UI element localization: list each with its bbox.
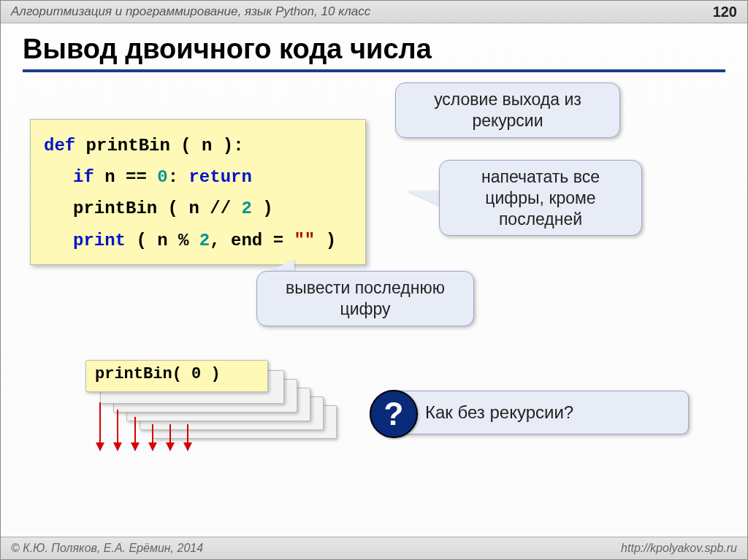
- arrow-icon: [187, 424, 188, 450]
- arrow-icon: [99, 402, 101, 450]
- footer-link: http://kpolyakov.spb.ru: [621, 542, 737, 555]
- slide: Алгоритмизация и программирование, язык …: [0, 0, 748, 560]
- arrow-icon: [169, 424, 171, 450]
- code-line-3: printBin ( n // 2 ): [44, 193, 352, 224]
- arrow-icon: [152, 424, 153, 450]
- code-line-2: if n == 0: return: [44, 161, 352, 193]
- callout-print-rest: напечатать все цифры, кроме последней: [439, 160, 642, 236]
- arrow-icon: [117, 410, 118, 450]
- code-block: def printBin ( n ): if n == 0: return pr…: [30, 119, 366, 265]
- question-box: ? Как без рекурсии?: [388, 391, 689, 434]
- question-text: Как без рекурсии?: [425, 402, 573, 423]
- header-bar: Алгоритмизация и программирование, язык …: [1, 1, 747, 23]
- callout-2-tail: [406, 191, 441, 207]
- arrow-icon: [134, 417, 136, 450]
- code-line-1: def printBin ( n ):: [44, 130, 352, 161]
- code-line-4: print ( n % 2, end = "" ): [44, 225, 352, 256]
- callout-print-last: вывести последнюю цифру: [256, 271, 474, 326]
- question-mark-icon: ?: [370, 390, 418, 438]
- copyright-text: © К.Ю. Поляков, Е.А. Ерёмин, 2014: [11, 542, 203, 555]
- page-title: Вывод двоичного кода числа: [23, 34, 725, 72]
- stack-top-card: printBin( 0 ): [85, 360, 268, 392]
- page-number: 120: [713, 4, 737, 20]
- subject-text: Алгоритмизация и программирование, язык …: [11, 4, 370, 19]
- call-stack: printBin( 0 ): [85, 357, 319, 452]
- callout-exit-condition: условие выхода из рекурсии: [395, 83, 620, 138]
- footer-bar: © К.Ю. Поляков, Е.А. Ерёмин, 2014 http:/…: [1, 537, 747, 559]
